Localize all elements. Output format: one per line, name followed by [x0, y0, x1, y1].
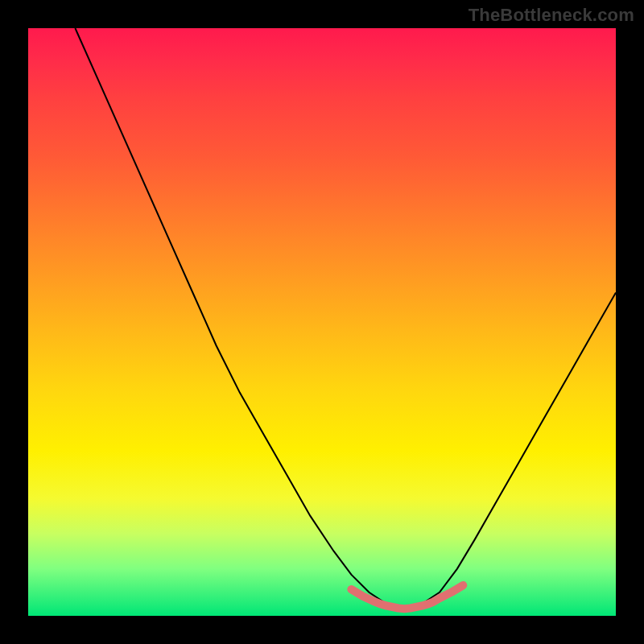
- chart-frame: TheBottleneck.com: [0, 0, 644, 644]
- plot-area: [28, 28, 616, 616]
- watermark-text: TheBottleneck.com: [469, 5, 634, 26]
- bottleneck-curve-path: [75, 28, 616, 610]
- chart-svg: [28, 28, 616, 616]
- optimal-marker-path: [352, 585, 464, 609]
